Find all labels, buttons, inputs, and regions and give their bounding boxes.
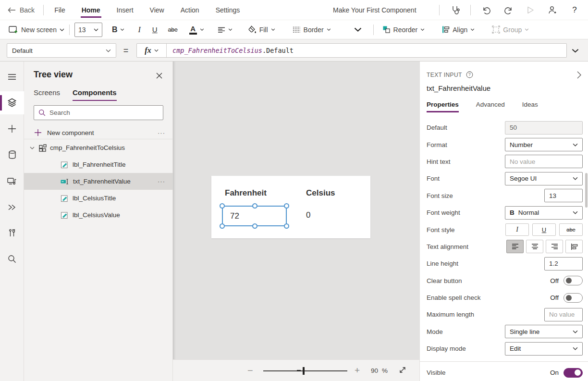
underline-toggle-button[interactable]: U xyxy=(532,223,556,236)
rail-search-icon[interactable] xyxy=(0,247,24,270)
tree-item-component-root[interactable]: cmp_FahrenheitToCelsius xyxy=(24,139,173,156)
reorder-button[interactable]: Reorder xyxy=(378,22,430,37)
new-component-button[interactable]: New component ··· xyxy=(24,124,173,141)
tab-screens[interactable]: Screens xyxy=(34,88,60,101)
rail-power-automate-icon[interactable] xyxy=(0,196,24,219)
rail-tree-view-icon[interactable] xyxy=(0,91,24,114)
strikethrough-button[interactable]: abe xyxy=(163,22,183,37)
fahrenheit-title-label[interactable]: Fahrenheit xyxy=(225,188,267,198)
more-formatting-button[interactable] xyxy=(349,22,367,37)
tree-item-lbl-celsius-title[interactable]: lbl_CelsiusTitle xyxy=(24,190,173,207)
chevron-down-icon xyxy=(420,28,425,31)
property-selector[interactable]: Default xyxy=(7,43,116,58)
more-actions-icon[interactable]: ··· xyxy=(158,178,165,185)
tab-components[interactable]: Components xyxy=(73,88,117,101)
default-value-input[interactable] xyxy=(505,121,583,135)
design-canvas[interactable]: Fahrenheit Celsius 72 0 xyxy=(173,61,419,359)
text-align-button[interactable] xyxy=(213,22,237,37)
tab-ideas[interactable]: Ideas xyxy=(522,101,538,112)
share-person-icon[interactable] xyxy=(546,3,559,17)
clear-button-toggle[interactable] xyxy=(564,276,583,285)
rail-hamburger-icon[interactable] xyxy=(0,65,24,88)
back-button[interactable]: Back xyxy=(0,6,43,14)
component-canvas-card[interactable]: Fahrenheit Celsius 72 0 xyxy=(211,176,370,238)
fill-button[interactable]: Fill xyxy=(243,22,280,37)
tree-item-lbl-fahrenheit-title[interactable]: lbl_FahrenheitTitle xyxy=(24,156,173,173)
border-button[interactable]: Border xyxy=(288,22,336,37)
align-center-button[interactable] xyxy=(526,240,543,253)
resize-handle-top-right[interactable] xyxy=(284,203,289,209)
spell-check-toggle[interactable] xyxy=(564,293,583,303)
zoom-slider[interactable] xyxy=(263,370,347,371)
line-height-input[interactable] xyxy=(544,257,583,270)
zoom-out-icon[interactable]: − xyxy=(247,365,253,376)
tree-item-label: txt_FahrenheitValue xyxy=(73,178,153,185)
redo-icon[interactable] xyxy=(502,3,515,17)
undo-icon[interactable] xyxy=(479,3,493,17)
font-color-button[interactable]: A xyxy=(184,22,209,37)
underline-button[interactable]: U xyxy=(147,22,162,37)
formula-bar-expand-icon[interactable] xyxy=(568,43,582,58)
strikethrough-toggle-button[interactable]: abe xyxy=(559,223,583,236)
control-type-label: TEXT INPUT xyxy=(427,72,462,78)
menu-home[interactable]: Home xyxy=(82,0,100,20)
app-checker-icon[interactable] xyxy=(448,3,462,17)
resize-handle-top-center[interactable] xyxy=(252,203,257,209)
preview-play-icon[interactable] xyxy=(524,3,537,17)
resize-handle-bottom-right[interactable] xyxy=(284,223,289,229)
resize-handle-bottom-left[interactable] xyxy=(220,223,225,229)
celsius-title-label[interactable]: Celsius xyxy=(306,188,335,198)
menu-view[interactable]: View xyxy=(150,0,164,20)
display-mode-select[interactable]: Edit xyxy=(505,342,583,356)
tab-advanced[interactable]: Advanced xyxy=(476,101,505,112)
align-justify-button[interactable] xyxy=(565,240,583,253)
zoom-slider-handle[interactable] xyxy=(303,367,305,375)
group-button[interactable]: Group xyxy=(487,22,534,37)
align-left-button[interactable] xyxy=(506,240,524,253)
fx-button[interactable]: fx xyxy=(137,44,167,57)
menu-file[interactable]: File xyxy=(54,0,65,20)
properties-scrollbar[interactable] xyxy=(585,173,588,208)
formula-input[interactable]: cmp_FahrenheitToCelsius.Default xyxy=(167,44,566,57)
font-size-select[interactable]: 13 xyxy=(74,23,102,37)
font-select[interactable]: Segoe UI xyxy=(505,172,583,185)
font-size-input[interactable] xyxy=(544,189,583,202)
italic-toggle-button[interactable]: I xyxy=(505,223,529,236)
fahrenheit-text-input[interactable]: 72 xyxy=(222,206,287,226)
menu-action[interactable]: Action xyxy=(181,0,199,20)
visible-toggle[interactable] xyxy=(564,368,583,378)
new-screen-button[interactable]: New screen xyxy=(4,22,69,37)
rail-media-icon[interactable] xyxy=(0,170,24,193)
property-row-max-length: Maximum length xyxy=(420,306,588,323)
max-length-input[interactable] xyxy=(544,308,583,321)
mode-select[interactable]: Single line xyxy=(505,325,583,338)
rail-insert-icon[interactable] xyxy=(0,117,24,140)
menu-insert[interactable]: Insert xyxy=(117,0,134,20)
resize-handle-top-left[interactable] xyxy=(220,203,225,209)
more-actions-icon[interactable]: ··· xyxy=(158,129,165,136)
zoom-in-icon[interactable]: + xyxy=(355,365,360,376)
bold-button[interactable]: B xyxy=(107,22,130,37)
tab-properties[interactable]: Properties xyxy=(427,101,459,112)
hint-text-input[interactable] xyxy=(505,155,583,168)
help-circle-icon[interactable]: ? xyxy=(466,71,473,78)
align-button[interactable]: Align xyxy=(437,22,479,37)
resize-handle-bottom-center[interactable] xyxy=(252,223,257,229)
main-menu: File Home Insert View Action Settings xyxy=(54,0,240,20)
label-control-icon xyxy=(61,195,68,202)
celsius-value-label[interactable]: 0 xyxy=(306,210,310,220)
fullscreen-expand-icon[interactable] xyxy=(399,366,406,374)
italic-button[interactable]: I xyxy=(133,22,145,37)
help-icon[interactable]: ? xyxy=(568,3,581,17)
tree-view-close-icon[interactable] xyxy=(153,70,165,81)
format-select[interactable]: Number xyxy=(505,138,583,151)
menu-settings[interactable]: Settings xyxy=(216,0,240,20)
tree-item-txt-fahrenheit-value[interactable]: txt_FahrenheitValue ··· xyxy=(24,173,173,190)
align-right-button[interactable] xyxy=(546,240,563,253)
panel-collapse-chevron-icon[interactable] xyxy=(577,71,581,79)
rail-advanced-tools-icon[interactable] xyxy=(0,221,24,245)
search-input[interactable] xyxy=(49,109,159,116)
font-weight-select[interactable]: BNormal xyxy=(505,206,583,220)
tree-item-lbl-celsius-value[interactable]: lbl_CelsiusValue xyxy=(24,207,173,223)
rail-data-icon[interactable] xyxy=(0,143,24,166)
